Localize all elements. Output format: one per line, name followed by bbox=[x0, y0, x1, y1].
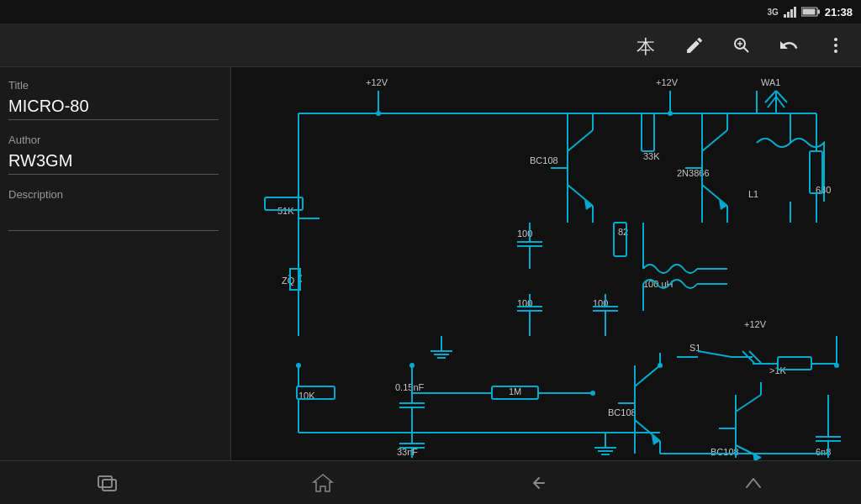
signal-icon bbox=[784, 6, 796, 18]
svg-text:+12V: +12V bbox=[744, 319, 767, 329]
svg-text:BC108: BC108 bbox=[530, 155, 558, 165]
svg-point-147 bbox=[590, 391, 595, 396]
svg-point-10 bbox=[834, 50, 837, 53]
undo-icon[interactable] bbox=[774, 30, 804, 60]
scroll-up-icon[interactable] bbox=[728, 465, 779, 501]
network-badge: 3G bbox=[767, 8, 778, 17]
svg-text:+12V: +12V bbox=[366, 77, 388, 87]
svg-point-8 bbox=[834, 38, 837, 41]
svg-text:1M: 1M bbox=[509, 386, 521, 396]
svg-rect-151 bbox=[103, 480, 116, 491]
svg-text:L1: L1 bbox=[748, 189, 758, 199]
svg-rect-2 bbox=[802, 9, 815, 15]
svg-text:33K: 33K bbox=[643, 151, 660, 161]
svg-point-9 bbox=[834, 44, 837, 47]
battery-icon bbox=[801, 7, 820, 17]
back-icon[interactable] bbox=[513, 465, 563, 501]
svg-point-143 bbox=[376, 111, 381, 116]
svg-text:本: 本 bbox=[637, 36, 655, 56]
circuit-diagram[interactable]: +12V +12V +12V WA1 51K BC108 3 bbox=[231, 67, 861, 460]
home-icon[interactable] bbox=[298, 465, 348, 501]
book-icon[interactable]: 本 bbox=[632, 30, 663, 60]
svg-point-145 bbox=[409, 363, 415, 368]
info-panel: Title MICRO-80 Author RW3GM Description bbox=[0, 67, 231, 504]
svg-text:BC108: BC108 bbox=[710, 447, 739, 457]
svg-rect-11 bbox=[231, 67, 861, 460]
svg-rect-150 bbox=[98, 476, 112, 487]
author-value: RW3GM bbox=[8, 151, 219, 175]
svg-text:WA1: WA1 bbox=[761, 77, 780, 87]
title-label: Title bbox=[8, 79, 222, 92]
svg-point-149 bbox=[834, 363, 839, 368]
svg-text:ZQ: ZQ bbox=[282, 276, 295, 286]
status-bar: 3G 21:38 bbox=[0, 0, 861, 24]
edit-icon[interactable] bbox=[679, 30, 710, 60]
svg-line-5 bbox=[744, 47, 749, 52]
svg-rect-1 bbox=[817, 10, 820, 14]
toolbar: 本 bbox=[0, 24, 861, 67]
svg-text:2N3866: 2N3866 bbox=[677, 168, 710, 178]
author-label: Author bbox=[8, 134, 222, 146]
svg-point-144 bbox=[668, 111, 673, 116]
more-icon[interactable] bbox=[821, 30, 851, 60]
status-time: 21:38 bbox=[825, 6, 853, 18]
svg-point-146 bbox=[296, 363, 301, 368]
svg-text:+12V: +12V bbox=[656, 77, 679, 87]
svg-text:0.15nF: 0.15nF bbox=[395, 382, 425, 392]
bottom-nav bbox=[0, 460, 861, 504]
search-icon[interactable] bbox=[726, 30, 757, 60]
description-label: Description bbox=[8, 188, 222, 201]
svg-point-148 bbox=[658, 363, 663, 368]
description-value bbox=[8, 206, 219, 231]
recent-apps-icon[interactable] bbox=[82, 465, 133, 501]
title-value: MICRO-80 bbox=[8, 97, 219, 120]
svg-text:BC108: BC108 bbox=[608, 407, 637, 417]
